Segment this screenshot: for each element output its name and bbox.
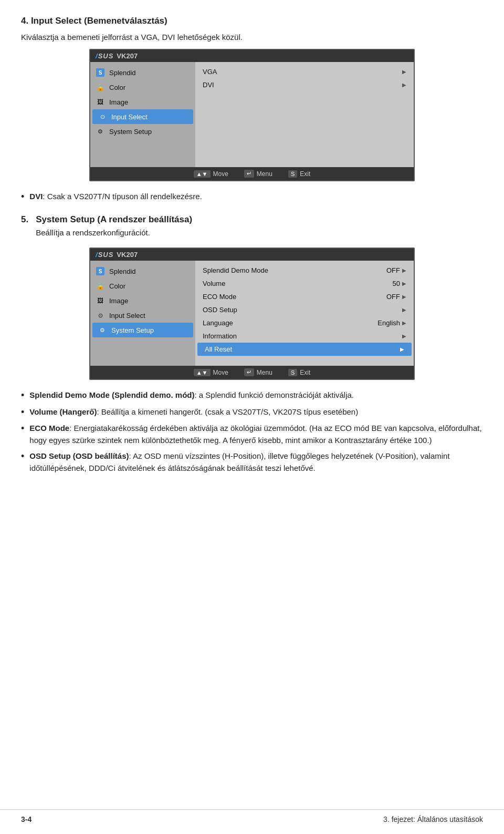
osd1-right-dvi[interactable]: DVI ▶ bbox=[195, 78, 414, 91]
osd2-right-osd-setup[interactable]: OSD Setup ▶ bbox=[195, 303, 414, 316]
section5-heading-row: 5. System Setup (A rendszer beállítása) … bbox=[21, 214, 483, 244]
footer-chapter: 3. fejezet: Általános utasítások bbox=[383, 815, 483, 823]
osd2-label-splendid: Splendid bbox=[109, 267, 136, 275]
osd2-model: VK207 bbox=[117, 251, 138, 259]
osd2-language-val: English ▶ bbox=[377, 319, 406, 327]
bullet-splendid-demo-text: Splendid Demo Mode (Splendid demo. mód):… bbox=[29, 389, 354, 401]
osd2-splendid-demo-arrow: ▶ bbox=[402, 267, 406, 273]
osd2-label-image: Image bbox=[109, 297, 128, 305]
bullet-volume-bold: Volume (Hangerő) bbox=[29, 407, 97, 416]
section4-sub: Kiválasztja a bemeneti jelforrást a VGA,… bbox=[21, 33, 483, 42]
bullet-eco: • ECO Mode: Energiatakarékosság érdekébe… bbox=[21, 423, 483, 446]
osd2-label-input-select: Input Select bbox=[109, 312, 145, 320]
osd2-right-all-reset[interactable]: All Reset ▶ bbox=[197, 343, 412, 356]
bullet-eco-bold: ECO Mode bbox=[29, 424, 69, 433]
osd1-menu-image[interactable]: 🖼 Image bbox=[90, 95, 195, 109]
section5-num: 5. bbox=[21, 214, 28, 244]
input-icon-2: ⊙ bbox=[96, 311, 105, 320]
osd2-label-color: Color bbox=[109, 282, 125, 290]
menu-icon-2: ↵ bbox=[244, 368, 254, 376]
osd1-model: VK207 bbox=[117, 52, 138, 60]
section5-heading: System Setup (A rendszer beállítása) bbox=[36, 214, 192, 225]
osd2-right-language[interactable]: Language English ▶ bbox=[195, 316, 414, 330]
osd1-label-splendid: Splendid bbox=[109, 69, 136, 77]
osd2-right-splendid-demo[interactable]: Splendid Demo Mode OFF ▶ bbox=[195, 264, 414, 277]
bullet-dot-3: • bbox=[21, 406, 24, 418]
osd-box-1: /SUS VK207 S Splendid 🔒 Color 🖼 Image bbox=[89, 49, 415, 181]
section5-heading-block: System Setup (A rendszer beállítása) Beá… bbox=[36, 214, 192, 244]
osd2-eco-val: OFF ▶ bbox=[386, 293, 406, 301]
osd2-language-label: Language bbox=[203, 319, 233, 327]
osd2-information-label: Information bbox=[203, 332, 237, 340]
osd2-volume-value: 50 bbox=[393, 280, 400, 287]
color-icon-2: 🔒 bbox=[96, 281, 105, 291]
osd2-label-system-setup: System Setup bbox=[111, 326, 154, 334]
bullet-volume-text: Volume (Hangerő): Beállítja a kimeneti h… bbox=[29, 406, 358, 418]
osd1-footer: ▲▼ Move ↵ Menu S Exit bbox=[90, 167, 414, 180]
osd2-volume-arrow: ▶ bbox=[402, 281, 406, 286]
image-icon-1: 🖼 bbox=[96, 97, 105, 107]
osd1-label-image: Image bbox=[109, 98, 128, 106]
exit-icon-2: S bbox=[288, 369, 297, 376]
osd1-label-system-setup: System Setup bbox=[109, 128, 152, 136]
asus-logo-1: /SUS bbox=[96, 52, 113, 60]
osd2-titlebar: /SUS VK207 bbox=[90, 249, 414, 261]
osd2-volume-label: Volume bbox=[203, 280, 225, 287]
menu-icon-1: ↵ bbox=[244, 170, 254, 178]
osd2-right-information[interactable]: Information ▶ bbox=[195, 330, 414, 343]
page-content: 4. Input Select (Bemenetválasztás) Kivál… bbox=[0, 0, 504, 511]
osd1-footer-menu: ↵ Menu bbox=[244, 170, 272, 178]
osd1-label-color: Color bbox=[109, 84, 125, 91]
osd1-right-panel: VGA ▶ DVI ▶ bbox=[195, 62, 414, 167]
osd1-right-vga[interactable]: VGA ▶ bbox=[195, 65, 414, 78]
osd2-eco-arrow: ▶ bbox=[402, 294, 406, 300]
osd2-eco-label: ECO Mode bbox=[203, 293, 236, 301]
bullet-osd-setup-bold: OSD Setup (OSD beállítás) bbox=[29, 451, 129, 460]
splendid-icon-1: S bbox=[96, 68, 105, 77]
osd1-titlebar: /SUS VK207 bbox=[90, 50, 414, 62]
osd2-footer-exit-label: Exit bbox=[300, 369, 310, 376]
osd2-language-arrow: ▶ bbox=[402, 320, 406, 326]
osd1-menu-splendid[interactable]: S Splendid bbox=[90, 65, 195, 80]
osd1-menu-color[interactable]: 🔒 Color bbox=[90, 80, 195, 95]
osd2-right-volume[interactable]: Volume 50 ▶ bbox=[195, 277, 414, 290]
osd2-menu-color[interactable]: 🔒 Color bbox=[90, 279, 195, 293]
osd2-footer-move-label: Move bbox=[213, 369, 228, 376]
osd1-label-input-select: Input Select bbox=[111, 113, 148, 121]
splendid-icon-2: S bbox=[96, 266, 105, 276]
osd1-menu-input-select[interactable]: ⊙ Input Select bbox=[92, 109, 193, 124]
osd2-eco-value: OFF bbox=[386, 293, 400, 301]
page-footer: 3-4 3. fejezet: Általános utasítások bbox=[0, 809, 504, 823]
osd-box-2: /SUS VK207 S Splendid 🔒 Color 🖼 Image ⊙ bbox=[89, 248, 415, 380]
bullets-section-2: • Splendid Demo Mode (Splendid demo. mód… bbox=[21, 389, 483, 474]
osd2-right-panel: Splendid Demo Mode OFF ▶ Volume 50 ▶ ECO… bbox=[195, 261, 414, 366]
osd2-right-eco[interactable]: ECO Mode OFF ▶ bbox=[195, 290, 414, 303]
osd1-dvi-arrow: ▶ bbox=[402, 82, 406, 88]
osd2-volume-val: 50 ▶ bbox=[393, 280, 406, 287]
osd2-menu-image[interactable]: 🖼 Image bbox=[90, 293, 195, 308]
bullet-eco-text: ECO Mode: Energiatakarékosság érdekében … bbox=[29, 423, 483, 446]
osd2-left-menu: S Splendid 🔒 Color 🖼 Image ⊙ Input Selec… bbox=[90, 261, 195, 366]
osd2-menu-splendid[interactable]: S Splendid bbox=[90, 264, 195, 279]
bullet-splendid-demo-bold: Splendid Demo Mode (Splendid demo. mód) bbox=[29, 390, 194, 399]
move-icon-1: ▲▼ bbox=[194, 170, 211, 178]
section5-sub: Beállítja a rendszerkonfigurációt. bbox=[36, 228, 192, 237]
bullet-dot-5: • bbox=[21, 450, 24, 462]
input-icon-1: ⊙ bbox=[98, 112, 107, 121]
osd1-menu-system-setup[interactable]: ⚙ System Setup bbox=[90, 124, 195, 139]
osd2-menu-system-setup[interactable]: ⚙ System Setup bbox=[92, 323, 193, 337]
osd2-osd-setup-label: OSD Setup bbox=[203, 306, 237, 314]
bullet-dot-2: • bbox=[21, 389, 24, 401]
bullet-dvi: • DVI: Csak a VS207T/N típuson áll rende… bbox=[21, 191, 483, 203]
osd2-menu-input-select[interactable]: ⊙ Input Select bbox=[90, 308, 195, 323]
bullet-dot-4: • bbox=[21, 423, 24, 435]
osd1-vga-arrow: ▶ bbox=[402, 69, 406, 75]
osd1-footer-exit-label: Exit bbox=[300, 170, 310, 178]
osd2-splendid-demo-value: OFF bbox=[386, 266, 400, 274]
osd2-all-reset-arrow: ▶ bbox=[400, 346, 404, 352]
osd2-osd-setup-arrow: ▶ bbox=[402, 307, 406, 313]
osd1-left-menu: S Splendid 🔒 Color 🖼 Image ⊙ Input Selec… bbox=[90, 62, 195, 167]
bullet-osd-setup: • OSD Setup (OSD beállítás): Az OSD menü… bbox=[21, 450, 483, 474]
color-icon-1: 🔒 bbox=[96, 83, 105, 92]
bullet-dvi-bold: DVI bbox=[29, 192, 43, 201]
